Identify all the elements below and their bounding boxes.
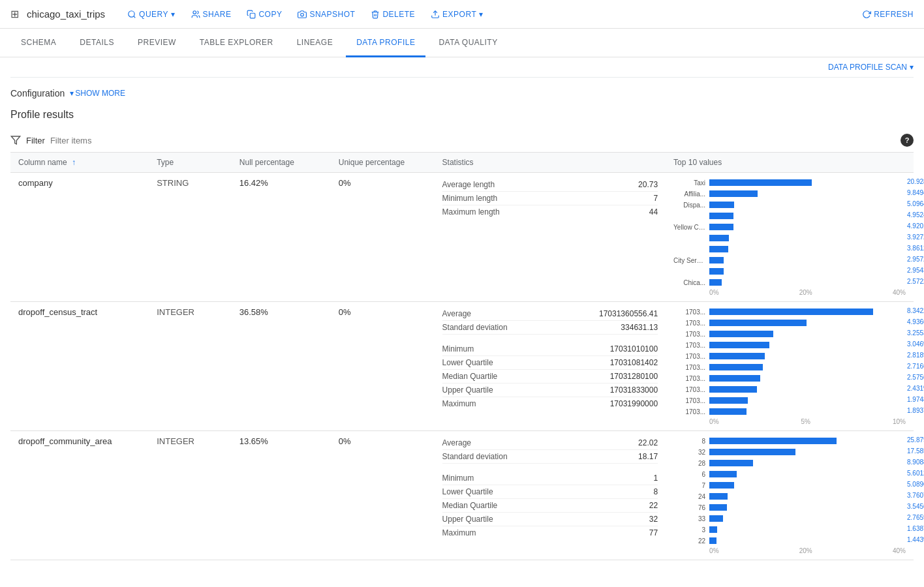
tab-table-explorer[interactable]: TABLE EXPLORER <box>189 29 284 57</box>
tab-schema[interactable]: SCHEMA <box>10 29 67 57</box>
cell-null-pct-company: 16.42% <box>232 173 331 302</box>
table-header-row: Column name ↑ Type Null percentage Uniqu… <box>10 153 914 173</box>
bar-fill <box>709 537 716 544</box>
cell-unique-pct-dropoff_community_area: 0% <box>331 431 435 560</box>
delete-button[interactable]: DELETE <box>364 6 422 23</box>
bar-fill <box>709 449 795 455</box>
stat-row: Minimum1 <box>442 472 658 485</box>
top-nav: ⊞ chicago_taxi_trips QUERY ▾ SHARE COPY … <box>0 0 924 29</box>
chart-bar-row: 1703...2.8189% <box>673 352 906 361</box>
stat-row: Standard deviation334631.13 <box>442 321 658 335</box>
bar-fill <box>709 482 734 489</box>
chevron-down-icon: ▾ <box>70 89 74 98</box>
cell-unique-pct-company: 0% <box>331 173 435 302</box>
table-row: dropoff_census_tractINTEGER36.58%0%Avera… <box>10 302 914 431</box>
stat-row: Upper Quartile17031833000 <box>442 384 658 397</box>
bar-fill <box>709 364 763 370</box>
chart-bar-row: Chica...2.5722% <box>673 278 906 287</box>
chart-bar-row: 763.5456% <box>673 503 906 512</box>
chart-bar-row: 65.6012% <box>673 470 906 479</box>
export-dropdown-icon: ▾ <box>479 10 484 19</box>
chart-bar-row: 1703...2.7166% <box>673 363 906 372</box>
cell-type-dropoff_census_tract: INTEGER <box>149 302 232 431</box>
bar-fill <box>709 268 724 275</box>
scan-dropdown-icon: ▾ <box>910 63 914 72</box>
tab-details[interactable]: DETAILS <box>69 29 125 57</box>
copy-button[interactable]: COPY <box>240 6 288 23</box>
query-button[interactable]: QUERY ▾ <box>121 6 181 23</box>
scan-row: DATA PROFILE SCAN ▾ <box>10 57 914 78</box>
chart-bar-row: 1703...1.8937% <box>673 407 906 416</box>
table-row: companySTRING16.42%0%Average length20.73… <box>10 173 914 302</box>
stat-row: Lower Quartile8 <box>442 485 658 499</box>
svg-point-3 <box>301 13 304 16</box>
chart-bar-row: 2.9543% <box>673 267 906 276</box>
col-header-type: Type <box>149 153 232 173</box>
cell-top10-dropoff_census_tract: 1703...8.3422%1703...4.9366%1703...3.255… <box>666 302 914 431</box>
stat-row: Median Quartile22 <box>442 499 658 513</box>
stat-row: Maximum77 <box>442 526 658 539</box>
cell-unique-pct-dropoff_census_tract: 0% <box>331 302 435 431</box>
bar-fill <box>709 353 765 359</box>
cell-type-company: STRING <box>149 173 232 302</box>
stat-row: Maximum length44 <box>442 205 658 218</box>
chart-bar-row: 288.9088% <box>673 459 906 468</box>
chart-bar-row: 825.8792% <box>673 436 906 445</box>
cell-type-dropoff_community_area: INTEGER <box>149 431 232 560</box>
data-table: Column name ↑ Type Null percentage Uniqu… <box>10 153 914 560</box>
tab-preview[interactable]: PREVIEW <box>127 29 187 57</box>
chart-bar-row: 243.7607% <box>673 492 906 501</box>
bar-fill <box>709 320 807 326</box>
bar-fill <box>709 235 728 241</box>
query-dropdown-icon: ▾ <box>171 10 176 19</box>
svg-rect-2 <box>251 13 256 18</box>
help-icon[interactable]: ? <box>901 134 914 147</box>
chart-bar-row: 1703...3.046% <box>673 340 906 350</box>
cell-top10-dropoff_community_area: 825.8792%3217.585%288.9088%65.6012%75.08… <box>666 431 914 560</box>
stat-row: Median Quartile17031280100 <box>442 370 658 384</box>
chart-x-axis: 0%5%10% <box>673 418 906 425</box>
cell-stats-dropoff_community_area: Average22.02Standard deviation18.17Minim… <box>435 431 666 560</box>
stat-row: Maximum17031990000 <box>442 397 658 410</box>
bar-fill <box>709 471 737 477</box>
share-button[interactable]: SHARE <box>185 6 238 23</box>
bar-fill <box>709 257 724 263</box>
stat-row: Average17031360556.41 <box>442 307 658 321</box>
bar-fill <box>709 279 722 286</box>
chart-bar-row: 4.9524% <box>673 211 906 220</box>
cell-stats-dropoff_census_tract: Average17031360556.41Standard deviation3… <box>435 302 666 431</box>
stat-row: Minimum17031010100 <box>442 342 658 356</box>
sort-icon: ↑ <box>72 158 76 167</box>
show-more-button[interactable]: ▾ SHOW MORE <box>70 89 125 98</box>
chart-bar-row: 1703...8.3422% <box>673 307 906 316</box>
export-button[interactable]: EXPORT ▾ <box>424 6 490 23</box>
bar-fill <box>709 504 727 511</box>
refresh-button[interactable]: REFRESH <box>862 10 914 19</box>
snapshot-button[interactable]: SNAPSHOT <box>291 6 362 23</box>
bar-fill <box>709 438 837 444</box>
col-header-statistics: Statistics <box>435 153 666 173</box>
stat-row: Average length20.73 <box>442 178 658 192</box>
config-title: Configuration ▾ SHOW MORE <box>10 88 914 98</box>
tab-lineage[interactable]: LINEAGE <box>286 29 344 57</box>
bar-fill <box>709 202 734 208</box>
bar-fill <box>709 190 758 197</box>
bar-fill <box>709 179 812 186</box>
tab-data-profile[interactable]: DATA PROFILE <box>346 29 425 57</box>
svg-marker-5 <box>11 136 20 144</box>
chart-bar-row: 3217.585% <box>673 447 906 457</box>
col-header-column-name[interactable]: Column name ↑ <box>10 153 149 173</box>
bar-fill <box>709 515 723 522</box>
bar-fill <box>709 224 733 230</box>
tab-data-quality[interactable]: DATA QUALITY <box>428 29 508 57</box>
filter-input[interactable] <box>50 136 895 145</box>
bar-fill <box>709 397 748 404</box>
bar-chart: 825.8792%3217.585%288.9088%65.6012%75.08… <box>673 436 906 554</box>
chart-bar-row: 221.443% <box>673 536 906 545</box>
stat-row: Minimum length7 <box>442 192 658 205</box>
nav-actions: QUERY ▾ SHARE COPY SNAPSHOT DELETE EXPOR… <box>121 6 857 23</box>
data-profile-scan-button[interactable]: DATA PROFILE SCAN ▾ <box>828 63 914 72</box>
chart-bar-row: 3.8612% <box>673 245 906 254</box>
filter-icon <box>10 135 21 145</box>
chart-x-axis: 0%20%40% <box>673 289 906 296</box>
